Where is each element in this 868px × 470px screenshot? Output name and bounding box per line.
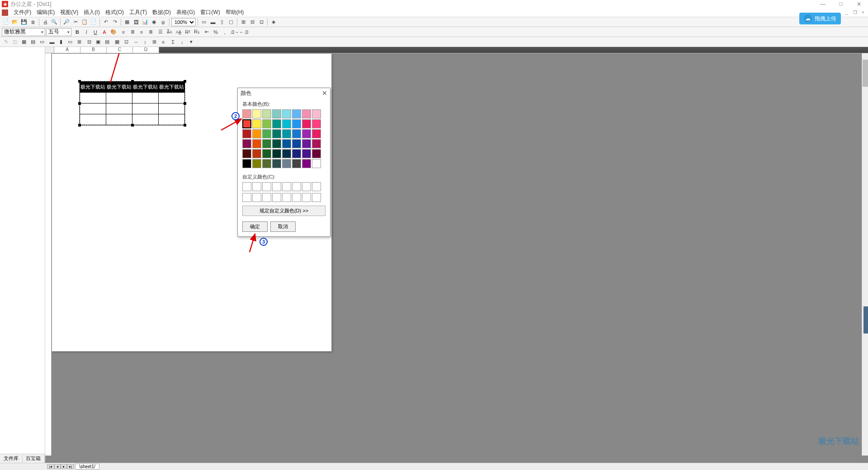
- col-header-d[interactable]: D: [133, 47, 159, 53]
- scale-a1-button[interactable]: A̅A: [165, 28, 174, 36]
- print-button[interactable]: 🖨: [41, 18, 49, 26]
- list-button[interactable]: ☰: [156, 28, 165, 36]
- width-button[interactable]: ↔: [132, 38, 140, 46]
- color-swatch[interactable]: [292, 119, 301, 128]
- define-custom-button[interactable]: 规定自定义颜色(D) >>: [242, 206, 326, 216]
- menu-tools[interactable]: 工具(T): [127, 9, 150, 16]
- cancel-button[interactable]: 取消: [270, 221, 296, 232]
- comma-button[interactable]: ,: [221, 28, 229, 36]
- color-swatch[interactable]: [252, 139, 261, 148]
- cell[interactable]: 极光下载站: [80, 82, 106, 93]
- more-button[interactable]: ▾: [187, 38, 195, 46]
- color-swatch[interactable]: [312, 129, 321, 138]
- cell[interactable]: [159, 93, 185, 103]
- menu-edit[interactable]: 编辑(E): [34, 9, 57, 16]
- cell[interactable]: [80, 93, 106, 103]
- delete-button[interactable]: ▭: [66, 38, 74, 46]
- sheet-nav-last[interactable]: ▸|: [67, 464, 74, 469]
- color-swatch[interactable]: [262, 159, 271, 168]
- color-swatch[interactable]: [272, 139, 281, 148]
- cell[interactable]: [80, 103, 106, 114]
- custom-swatch[interactable]: [282, 193, 291, 202]
- font-combo[interactable]: 微软雅黑: [2, 28, 45, 36]
- color-swatch[interactable]: [302, 109, 311, 118]
- resize-handle[interactable]: [78, 124, 81, 127]
- custom-swatch[interactable]: [302, 182, 311, 191]
- align-center-button[interactable]: ≣: [128, 28, 137, 36]
- menu-insert[interactable]: 插入(I): [81, 9, 102, 16]
- color-swatch[interactable]: [312, 119, 321, 128]
- custom-swatch[interactable]: [292, 182, 301, 191]
- copy-button[interactable]: 📋: [80, 18, 89, 26]
- custom-swatch[interactable]: [272, 193, 281, 202]
- decimal-dec-button[interactable]: ←.0: [240, 28, 248, 36]
- scrollbar-thumb[interactable]: [863, 60, 868, 87]
- cell[interactable]: [159, 103, 185, 114]
- cell[interactable]: 极光下载站: [132, 82, 159, 93]
- resize-handle[interactable]: [78, 102, 81, 105]
- paste-button[interactable]: 📄: [90, 18, 98, 26]
- height-button[interactable]: ↕: [141, 38, 149, 46]
- color-swatch[interactable]: [272, 159, 281, 168]
- custom-swatch[interactable]: [252, 182, 261, 191]
- custom-swatch[interactable]: [282, 182, 291, 191]
- grid3-button[interactable]: ⊡: [257, 18, 265, 26]
- align-button[interactable]: ▣: [94, 38, 102, 46]
- color-swatch[interactable]: [312, 109, 321, 118]
- minimize-button[interactable]: —: [814, 0, 832, 8]
- custom-swatch[interactable]: [312, 193, 321, 202]
- color-swatch[interactable]: [302, 129, 311, 138]
- color-swatch[interactable]: [302, 159, 311, 168]
- save-button[interactable]: 💾: [20, 18, 28, 26]
- align-right-button[interactable]: ≡: [137, 28, 146, 36]
- mdi-minimize[interactable]: _: [844, 9, 850, 15]
- color-swatch[interactable]: [282, 119, 291, 128]
- ok-button[interactable]: 确定: [242, 221, 268, 232]
- open-button[interactable]: 📂: [11, 18, 19, 26]
- undo-button[interactable]: ↶: [102, 18, 110, 26]
- new-button[interactable]: 📄: [2, 18, 10, 26]
- data-table[interactable]: 极光下载站 极光下载站 极光下载站 极光下载站: [80, 81, 185, 125]
- color-swatch[interactable]: [252, 109, 261, 118]
- subscript-button[interactable]: R₂: [193, 28, 201, 36]
- color-swatch[interactable]: [282, 159, 291, 168]
- margins-button[interactable]: ⊞: [150, 38, 158, 46]
- custom-swatch[interactable]: [302, 193, 311, 202]
- color-swatch[interactable]: [262, 119, 271, 128]
- mdi-close[interactable]: ×: [860, 9, 866, 15]
- color-swatch[interactable]: [302, 149, 311, 158]
- cell[interactable]: [106, 114, 132, 125]
- percent-button[interactable]: %: [212, 28, 220, 36]
- sort-button[interactable]: ↓: [178, 38, 186, 46]
- right-tab-strip[interactable]: [863, 306, 868, 334]
- cell[interactable]: [80, 114, 106, 125]
- grid1-button[interactable]: ⊞: [239, 18, 247, 26]
- color-swatch[interactable]: [292, 129, 301, 138]
- custom-swatch[interactable]: [292, 193, 301, 202]
- cell[interactable]: [132, 103, 159, 114]
- preview-button[interactable]: 🔍: [50, 18, 58, 26]
- maximize-button[interactable]: □: [832, 0, 850, 8]
- menu-file[interactable]: 文件(F): [11, 9, 34, 16]
- grid2-button[interactable]: ⊟: [248, 18, 256, 26]
- menu-table[interactable]: 表格(G): [174, 9, 198, 16]
- align-left-button[interactable]: ≡: [119, 28, 127, 36]
- cell[interactable]: [106, 93, 132, 103]
- image-button[interactable]: 🖼: [132, 18, 140, 26]
- italic-button[interactable]: I: [82, 28, 90, 36]
- extra-button[interactable]: ◈: [269, 18, 278, 26]
- resize-handle[interactable]: [184, 80, 186, 83]
- color-swatch[interactable]: [282, 149, 291, 158]
- color-swatch[interactable]: [312, 139, 321, 148]
- custom-swatch[interactable]: [242, 182, 251, 191]
- cell[interactable]: [132, 93, 159, 103]
- resize-handle[interactable]: [184, 102, 186, 105]
- color-swatch[interactable]: [262, 139, 271, 148]
- resize-handle[interactable]: [184, 124, 186, 127]
- insert-row-button[interactable]: ▬: [48, 38, 56, 46]
- indent-button[interactable]: ⇤: [203, 28, 211, 36]
- insert-col-button[interactable]: ▮: [57, 38, 65, 46]
- col-header-c[interactable]: C: [107, 47, 133, 53]
- color-swatch[interactable]: [252, 159, 261, 168]
- size-combo[interactable]: 五号: [46, 28, 71, 36]
